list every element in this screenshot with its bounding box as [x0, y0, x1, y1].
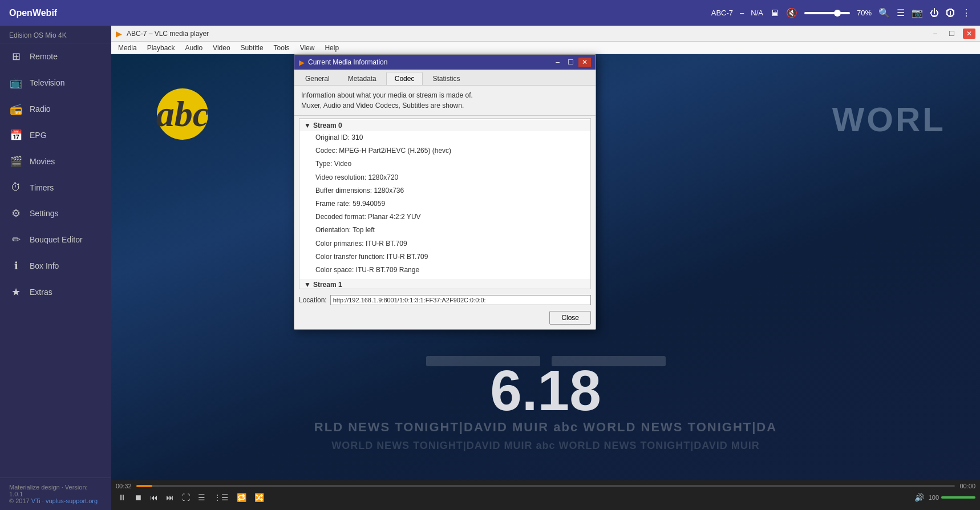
dialog-info-text: Information about what your media or str…: [294, 86, 596, 116]
sidebar-item-settings[interactable]: ⚙ Settings: [0, 200, 111, 226]
sidebar-label-bouquet-editor: Bouquet Editor: [30, 235, 83, 244]
vlc-menu-help[interactable]: Help: [320, 43, 343, 53]
movies-icon: 🎬: [9, 155, 23, 168]
vlc-title: ABC-7 – VLC media player: [127, 30, 925, 38]
tree-item: Video resolution: 1280x720: [299, 171, 590, 184]
sidebar-items: ⊞ Remote📺 Television📻 Radio📅 EPG🎬 Movies…: [0, 43, 111, 305]
topbar: OpenWebif ABC-7 – N/A 🖥 🔇 70% 🔍 ☰ 📷 ⏻ ⏼ …: [0, 0, 980, 26]
dialog-location-row: Location:: [294, 292, 596, 309]
search-icon[interactable]: 🔍: [878, 7, 890, 18]
dialog-close-btn[interactable]: ✕: [578, 58, 591, 67]
monitor-icon[interactable]: 🖥: [770, 8, 779, 18]
vlc-progress-bar: 00:32 00:00: [116, 483, 975, 489]
dialog-minimize-btn[interactable]: –: [552, 58, 563, 67]
vlc-play-pause-btn[interactable]: ⏸: [116, 492, 128, 503]
power1-icon[interactable]: ⏻: [930, 8, 939, 18]
power2-icon[interactable]: ⏼: [946, 8, 955, 18]
vlc-seekbar[interactable]: [136, 485, 955, 487]
mute-icon[interactable]: 🔇: [786, 7, 797, 18]
tree-item: Color space: ITU-R BT.709 Range: [299, 264, 590, 277]
vlc-playlist-btn[interactable]: ⋮☰: [211, 492, 231, 503]
more-icon[interactable]: ⋮: [962, 7, 971, 18]
footer-link-vuplus[interactable]: vuplus-support.org: [46, 497, 98, 504]
vlc-next-btn[interactable]: ⏭: [164, 492, 176, 503]
vlc-close-btn[interactable]: ✕: [963, 29, 975, 39]
vlc-repeat-btn[interactable]: 🔁: [234, 492, 249, 503]
tab-metadata[interactable]: Metadata: [339, 72, 385, 85]
tree-item: Codec: MPEG-H Part2/HEVC (H.265) (hevc): [299, 144, 590, 157]
sidebar-item-extras[interactable]: ★ Extras: [0, 279, 111, 305]
camera-icon[interactable]: 📷: [912, 7, 923, 18]
tree-header-stream-0[interactable]: ▼ Stream 0: [299, 120, 590, 131]
tab-codec[interactable]: Codec: [386, 72, 423, 85]
sidebar-item-radio[interactable]: 📻 Radio: [0, 96, 111, 122]
news-ticker-1: RLD NEWS TONIGHT|DAVID MUIR abc WORLD NE…: [111, 420, 980, 435]
sidebar-item-bouquet-editor[interactable]: ✏ Bouquet Editor: [0, 226, 111, 253]
epg-icon: 📅: [9, 129, 23, 141]
vlc-volume-label: 100: [929, 494, 939, 501]
sidebar-item-epg[interactable]: 📅 EPG: [0, 122, 111, 148]
tree-group-stream-0: ▼ Stream 0Original ID: 310Codec: MPEG-H …: [299, 119, 590, 278]
vlc-minimize-btn[interactable]: –: [930, 29, 941, 39]
vlc-menu-audio[interactable]: Audio: [180, 43, 207, 53]
sidebar-item-remote[interactable]: ⊞ Remote: [0, 43, 111, 70]
list-icon[interactable]: ☰: [897, 7, 905, 18]
sidebar-item-timers[interactable]: ⏱ Timers: [0, 175, 111, 200]
bouquet-editor-icon: ✏: [9, 233, 23, 246]
vlc-volume-bar[interactable]: [941, 496, 975, 499]
sidebar-label-extras: Extras: [30, 288, 52, 297]
tree-item: Type: Video: [299, 157, 590, 171]
vlc-restore-btn[interactable]: ☐: [945, 29, 958, 39]
vlc-menu-video[interactable]: Video: [208, 43, 234, 53]
vlc-shuffle-btn[interactable]: 🔀: [252, 492, 266, 503]
vlc-time-total: 00:00: [959, 483, 975, 489]
dialog-vlc-icon: ▶: [299, 58, 305, 67]
remote-icon: ⊞: [9, 50, 23, 63]
box-info-icon: ℹ: [9, 260, 23, 272]
volume-thumb: [834, 10, 841, 17]
channel-name: ABC-7: [711, 9, 733, 17]
vlc-fullscreen-btn[interactable]: ⛶: [180, 492, 192, 503]
dialog-restore-btn[interactable]: ☐: [564, 58, 577, 67]
footer-link-vti[interactable]: VTi: [31, 497, 41, 504]
app-title: Edision OS Mio 4K: [0, 26, 111, 43]
sidebar-label-movies: Movies: [30, 157, 55, 166]
vlc-menu-subtitle[interactable]: Subtitle: [236, 43, 268, 53]
world-text: WORL: [832, 100, 946, 139]
tree-item: Frame rate: 59.940059: [299, 197, 590, 211]
extras-icon: ★: [9, 286, 23, 298]
vlc-extended-btn[interactable]: ☰: [196, 492, 208, 503]
volume-slider[interactable]: [804, 12, 850, 14]
dialog-info-line1: Information about what your media or str…: [301, 90, 589, 100]
channel-extra: N/A: [751, 9, 763, 17]
sidebar-label-box-info: Box Info: [30, 261, 59, 270]
vlc-menu-playback[interactable]: Playback: [143, 43, 180, 53]
sidebar-label-television: Television: [30, 78, 64, 87]
tab-statistics[interactable]: Statistics: [424, 72, 468, 85]
sidebar-item-movies[interactable]: 🎬 Movies: [0, 148, 111, 175]
vlc-menu-media[interactable]: Media: [114, 43, 141, 53]
sidebar-item-television[interactable]: 📺 Television: [0, 70, 111, 96]
vlc-volume-fill: [941, 496, 975, 499]
vlc-stop-btn[interactable]: ⏹: [132, 492, 144, 503]
vlc-menu-view[interactable]: View: [295, 43, 319, 53]
sidebar-label-timers: Timers: [30, 183, 54, 192]
sidebar-label-remote: Remote: [30, 52, 58, 61]
vlc-prev-btn[interactable]: ⏮: [148, 492, 160, 503]
dialog-wm-buttons: – ☐ ✕: [552, 58, 591, 67]
footer-version: Materialize design · Version: 1.0.1: [9, 484, 102, 497]
timers-icon: ⏱: [9, 181, 23, 193]
sidebar-item-box-info[interactable]: ℹ Box Info: [0, 253, 111, 279]
close-dialog-button[interactable]: Close: [549, 311, 591, 325]
tree-header-stream-1[interactable]: ▼ Stream 1: [299, 279, 590, 289]
tree-group-stream-1: ▼ Stream 1Original ID: 312Codec: MPEG Au…: [299, 278, 590, 289]
channel-sep: –: [740, 9, 744, 17]
location-input[interactable]: [330, 295, 591, 305]
sidebar-label-settings: Settings: [30, 209, 59, 218]
settings-icon: ⚙: [9, 207, 23, 220]
vlc-mute-btn[interactable]: 🔊: [912, 492, 926, 503]
app-logo: OpenWebif: [9, 8, 57, 18]
tree-item: Buffer dimensions: 1280x736: [299, 184, 590, 197]
vlc-menu-tools[interactable]: Tools: [269, 43, 294, 53]
tab-general[interactable]: General: [297, 72, 338, 85]
